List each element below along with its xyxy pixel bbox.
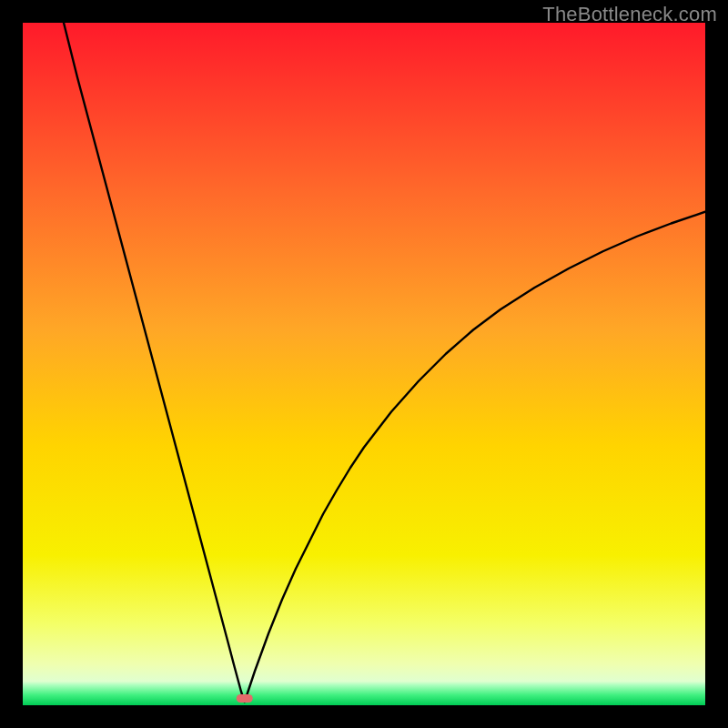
optimal-marker <box>237 694 253 703</box>
plot-area <box>23 23 705 705</box>
bottleneck-chart <box>23 23 705 705</box>
gradient-background <box>23 23 705 705</box>
marker-group <box>237 694 253 703</box>
chart-frame: TheBottleneck.com <box>0 0 728 728</box>
